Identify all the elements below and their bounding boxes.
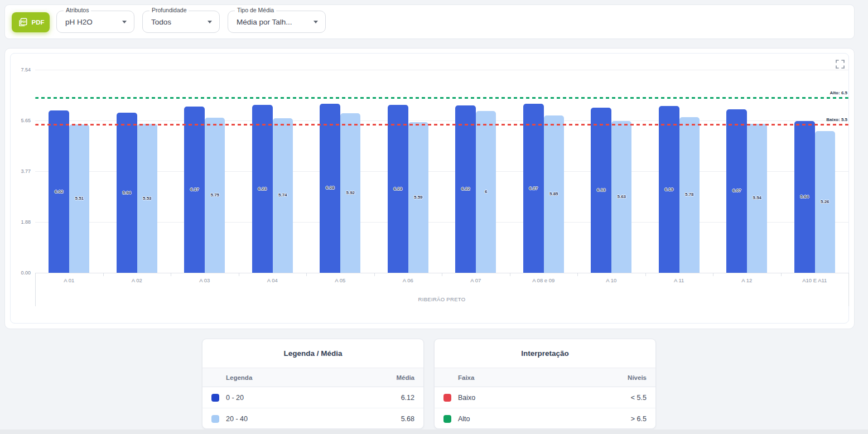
x-axis-category-label: A 08 e 09 [510,277,578,283]
interpretation-row-label: Baixo [458,394,475,402]
x-axis-tick [577,273,578,276]
color-swatch [211,415,219,423]
interpretation-table-title: Interpretação [435,339,655,368]
bar-value-label: 6.23 [252,186,273,191]
filter-label: Atributos [64,7,91,13]
interpretation-row: Alto> 6.5 [435,408,655,429]
bar-value-label: 5.92 [340,190,360,195]
x-axis-category-label: A 12 [713,277,781,283]
bar-value-label: 6.22 [455,186,476,191]
filter-label: Tipo de Média [235,7,276,13]
filter-value: pH H2O [65,18,93,26]
legend-row-value: 5.68 [401,415,414,423]
interpretation-table: Interpretação Faixa Níveis Baixo< 5.5Alt… [434,339,656,429]
legend-table-title: Legenda / Média [202,339,423,368]
filter-select-profundidade[interactable]: ProfundidadeTodos [142,11,220,33]
page-bottom-strip [0,430,868,434]
filter-value: Todos [151,18,171,26]
bar-value-label: 5.74 [273,192,293,197]
filter-group: AtributospH H2OProfundidadeTodosTipo de … [56,5,326,38]
x-axis-tick [306,273,307,276]
y-axis-tick-label: 7.54 [5,67,31,73]
reference-line-baixo [35,124,848,126]
pdf-export-button[interactable]: PDF PDF [12,12,50,32]
x-axis-category-label: A 11 [645,277,713,283]
bar-value-label: 5.94 [117,190,137,195]
x-axis-tick [374,273,375,276]
bar-chart: 7.545.653.771.880.00A 01A 02A 03A 04A 05… [5,49,854,329]
x-axis-category-label: A 04 [239,277,307,283]
filter-value: Média por Talh... [237,18,292,26]
legend-row-label: 0 - 20 [226,394,244,402]
bar-value-label: 6.19 [659,187,679,192]
x-axis-tick [103,273,104,276]
bar-value-label: 5.63 [611,194,631,199]
x-axis-category-label: A 10 [577,277,645,283]
y-axis-tick-label: 3.77 [5,168,31,174]
x-axis-tick [781,273,782,276]
niveis-col-header: Níveis [628,374,647,381]
reference-line-label: Baixo: 5.5 [35,117,847,122]
y-axis-tick-label: 1.88 [5,219,31,225]
x-axis-category-label: A 02 [103,277,171,283]
interpretation-row-value: > 6.5 [631,415,647,423]
reference-line-label: Alto: 6.5 [35,90,847,95]
bar-value-label: 5.54 [747,195,767,200]
faixa-col-header: Faixa [458,374,474,381]
y-axis-tick-label: 5.65 [5,118,31,123]
bar-value-label: 6.27 [523,186,544,191]
pdf-icon: PDF [17,17,28,28]
chevron-down-icon [208,21,212,23]
legend-row-label: 20 - 40 [226,415,248,423]
color-swatch [443,394,451,402]
chart-card: 7.545.653.771.880.00A 01A 02A 03A 04A 05… [4,48,855,329]
bar-value-label: 6.13 [591,187,611,192]
interpretation-row-value: < 5.5 [631,394,647,402]
interpretation-row-label: Alto [458,415,470,423]
bar-value-label: 5.85 [544,191,564,196]
legend-row: 0 - 206.12 [202,387,423,408]
filter-select-atributos[interactable]: AtributospH H2O [56,11,134,33]
legend-row: 20 - 405.68 [202,408,423,429]
x-axis-category-label: A10 E A11 [781,277,849,283]
legend-row-value: 6.12 [401,394,414,402]
filter-select-tipo-de-média[interactable]: Tipo de MédiaMédia por Talh... [228,11,326,33]
bar-value-label: 5.53 [137,196,157,201]
chevron-down-icon [314,21,318,23]
filter-label: Profundidade [150,7,189,13]
x-axis-category-label: A 03 [171,277,239,283]
x-axis-tick [171,273,171,276]
x-axis-category-label: A 01 [35,277,103,283]
legend-media-table: Legenda / Média Legenda Média 0 - 206.12… [202,339,424,429]
x-axis-group-label: RIBEIRÃO PRETO [35,296,848,302]
media-col-header: Média [396,374,414,381]
bar-value-label: 6.07 [726,188,747,193]
x-axis-tick [510,273,510,276]
x-axis-category-label: A 05 [306,277,374,283]
color-swatch [211,394,219,402]
svg-text:PDF: PDF [21,21,26,23]
x-axis-category-label: A 07 [442,277,510,283]
x-axis-tick [442,273,442,276]
bar-value-label: 6.02 [49,189,69,194]
interpretation-table-header: Faixa Níveis [435,368,655,387]
bar-value-label: 5.78 [679,192,700,197]
reference-line-alto [35,97,848,99]
bar-value-label: 5.26 [815,199,835,204]
legend-col-header: Legenda [226,374,252,381]
bar-value-label: 5.51 [69,196,89,201]
bar-value-label: 5.75 [205,192,225,197]
interpretation-table-body: Baixo< 5.5Alto> 6.5 [435,387,655,429]
color-swatch [443,415,451,423]
bar-value-label: 5.59 [408,195,428,200]
toolbar: PDF PDF AtributospH H2OProfundidadeTodos… [4,4,855,39]
legend-table-header: Legenda Média [202,368,423,387]
dashboard: PDF PDF AtributospH H2OProfundidadeTodos… [0,0,868,434]
bar-value-label: 6.17 [184,187,205,192]
x-axis-tick [645,273,646,276]
bar-value-label: 6 [476,189,496,194]
gridline [35,70,848,70]
axis-group-bracket [848,273,849,306]
x-axis-tick [713,273,713,276]
bar-value-label: 6.28 [320,185,340,190]
